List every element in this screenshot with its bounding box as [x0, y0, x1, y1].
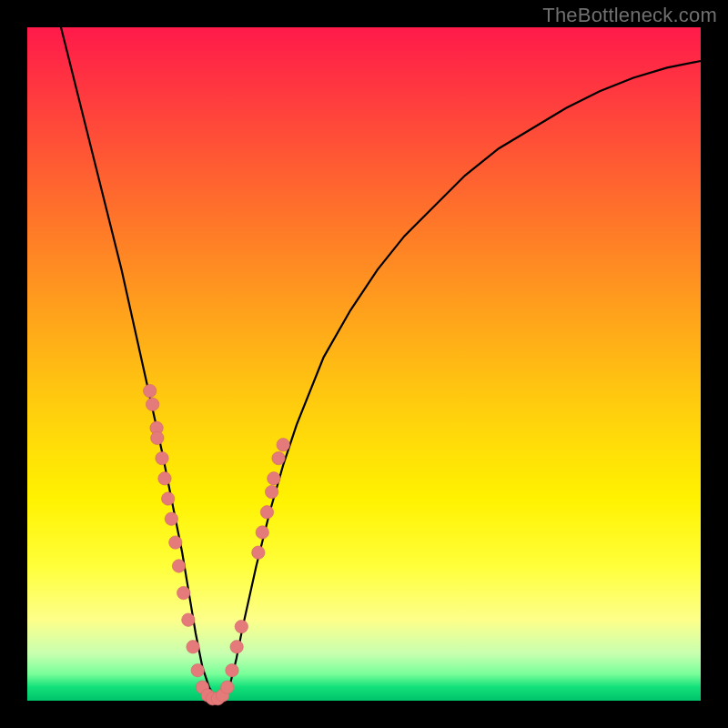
data-point	[165, 512, 177, 525]
scatter-dots	[143, 384, 289, 705]
data-point	[277, 439, 289, 451]
curve-svg	[27, 27, 701, 701]
data-point	[221, 681, 234, 693]
data-point	[268, 472, 280, 485]
data-point	[187, 641, 199, 653]
data-point	[235, 620, 248, 632]
data-point	[260, 506, 273, 519]
data-point	[169, 536, 182, 549]
data-point	[252, 546, 265, 559]
bottleneck-curve	[27, 0, 701, 699]
data-point	[158, 472, 171, 485]
plot-area	[27, 27, 701, 701]
data-point	[256, 526, 268, 539]
data-point	[226, 664, 238, 677]
data-point	[265, 485, 278, 498]
data-point	[177, 586, 189, 599]
data-point	[172, 560, 185, 572]
data-point	[272, 451, 285, 464]
data-point	[191, 664, 204, 677]
data-point	[182, 613, 195, 626]
data-point	[156, 451, 168, 464]
watermark-text: TheBottleneck.com	[542, 4, 717, 27]
data-point	[146, 398, 158, 410]
data-point	[161, 492, 174, 505]
data-point	[143, 384, 156, 397]
chart-frame: TheBottleneck.com	[0, 0, 728, 728]
data-point	[151, 431, 164, 444]
data-point	[230, 641, 243, 653]
